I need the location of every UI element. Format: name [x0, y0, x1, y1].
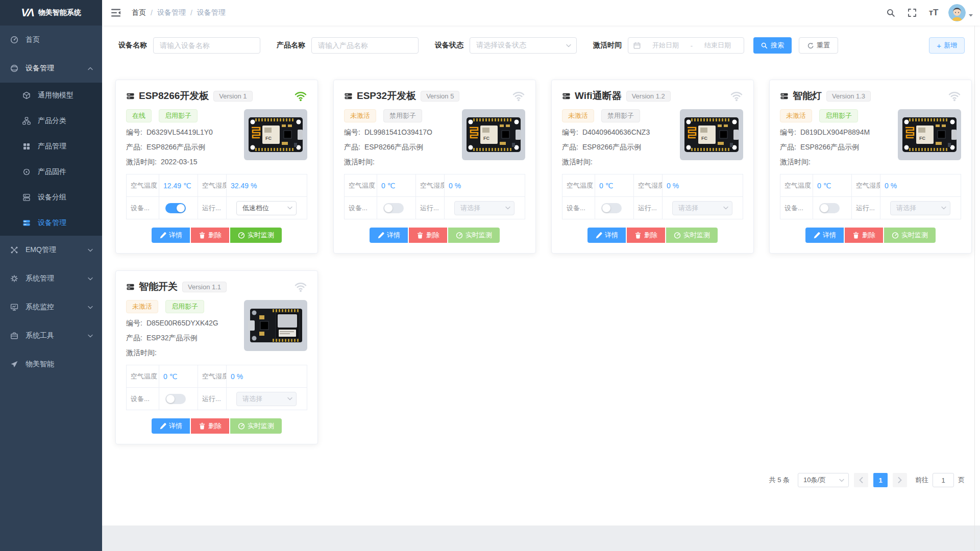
device-status-select[interactable]: 请选择设备状态: [470, 37, 577, 54]
trash-icon: [416, 232, 424, 239]
search-button[interactable]: 搜索: [753, 37, 792, 54]
delete-button[interactable]: 删除: [627, 228, 665, 243]
product-line: 产品:ESP8266产品示例: [126, 143, 239, 152]
add-device-button[interactable]: + 新增: [929, 37, 965, 54]
detail-button[interactable]: 详情: [152, 228, 190, 243]
svg-text:FC: FC: [701, 136, 707, 141]
product-line: 产品:ESP32产品示例: [126, 334, 239, 343]
app-logo[interactable]: VΛ 物美智能系统: [0, 0, 102, 26]
device-switch[interactable]: [383, 203, 404, 213]
temperature-label: 空气温度: [127, 174, 159, 197]
delete-button[interactable]: 删除: [409, 228, 447, 243]
device-name: ESP8266开发板: [139, 89, 209, 103]
font-size-icon[interactable]: тT: [925, 4, 942, 21]
monitor-button[interactable]: 实时监测: [230, 228, 282, 243]
device-switch[interactable]: [601, 203, 622, 213]
next-page-button[interactable]: [893, 473, 907, 487]
sidebar-item-wumei-smart[interactable]: 物美智能: [0, 350, 102, 379]
run-mode-select[interactable]: 低速档位: [236, 201, 297, 215]
sidebar-item-system-management[interactable]: 系统管理: [0, 264, 102, 293]
search-icon: [761, 42, 768, 49]
sidebar-item-device-management[interactable]: 设备管理: [0, 210, 102, 236]
reset-button[interactable]: 重置: [799, 37, 838, 54]
detail-button[interactable]: 详情: [152, 418, 190, 434]
device-properties-table: 空气温度 0 ℃ 空气湿度 0 % 设备... 运行... 请选择: [344, 174, 525, 219]
device-switch-label: 设备...: [127, 197, 159, 219]
prev-page-button[interactable]: [854, 473, 868, 487]
device-photo: FC: [462, 109, 525, 160]
humidity-label: 空气湿度: [634, 174, 663, 197]
delete-button[interactable]: 删除: [191, 418, 229, 434]
run-mode-select[interactable]: 请选择: [890, 201, 950, 215]
chevron-down-icon: [88, 248, 93, 252]
device-card-header: ESP8266开发板 Version 1: [126, 89, 307, 103]
pencil-icon: [159, 422, 166, 430]
emq-node-icon: [10, 246, 18, 254]
activation-date-range[interactable]: 开始日期 - 结束日期: [628, 37, 744, 54]
sidebar-item-product-firmware[interactable]: 产品固件: [0, 159, 102, 185]
device-switch-label: 设备...: [127, 388, 159, 410]
run-mode-value: 请选择: [242, 394, 262, 404]
breadcrumb-home[interactable]: 首页: [132, 8, 146, 17]
device-switch[interactable]: [165, 394, 186, 404]
monitor-button[interactable]: 实时监测: [884, 228, 936, 243]
breadcrumb-device-management[interactable]: 设备管理: [157, 8, 186, 17]
detail-button[interactable]: 详情: [587, 228, 626, 243]
device-icon: [562, 92, 571, 101]
product-name-input[interactable]: [311, 37, 419, 54]
current-page-button[interactable]: 1: [873, 473, 888, 487]
sidebar-item-system-tools[interactable]: 系统工具: [0, 321, 102, 350]
sidebar-collapse-icon[interactable]: [109, 6, 122, 19]
scrollbar[interactable]: [974, 26, 975, 551]
product-value: ESP32产品示例: [146, 334, 198, 342]
board-image-esp8266: FC: [901, 115, 958, 154]
sidebar-item-home[interactable]: 首页: [0, 26, 102, 54]
device-icon: [126, 92, 135, 101]
device-name-input[interactable]: [153, 37, 260, 54]
device-card-header: Wifi通断器 Version 1.2: [562, 89, 743, 103]
product-line: 产品:ESP8266产品示例: [780, 143, 893, 152]
detail-button[interactable]: 详情: [370, 228, 408, 243]
sidebar-item-emq[interactable]: EMQ管理: [0, 236, 102, 264]
sidebar-item-system-monitor[interactable]: 系统监控: [0, 293, 102, 321]
run-mode-value: 请选择: [460, 204, 480, 213]
user-menu[interactable]: [948, 4, 973, 21]
gear-icon: [10, 274, 18, 283]
firmware-version-badge: Version 5: [421, 91, 459, 102]
search-icon[interactable]: [882, 4, 899, 21]
device-switch[interactable]: [819, 203, 840, 213]
page-size-select[interactable]: 10条/页: [798, 473, 849, 487]
gauge-icon: [238, 232, 245, 239]
humidity-value: 0 %: [663, 174, 743, 197]
sitemap-icon: [22, 117, 31, 125]
sidebar-item-thing-model[interactable]: 通用物模型: [0, 83, 102, 108]
chevron-down-icon: [287, 206, 292, 210]
sidebar-item-product-category[interactable]: 产品分类: [0, 108, 102, 134]
firmware-version-badge: Version 1.3: [826, 91, 871, 102]
fullscreen-icon[interactable]: [903, 4, 921, 21]
shadow-status-tag: 启用影子: [819, 109, 858, 122]
chevron-down-icon: [566, 44, 571, 47]
device-photo: FC: [680, 109, 743, 160]
run-mode-select[interactable]: 请选择: [454, 201, 514, 215]
run-mode-select[interactable]: 请选择: [236, 392, 297, 406]
sidebar-item-product-management[interactable]: 产品管理: [0, 134, 102, 159]
monitor-button[interactable]: 实时监测: [448, 228, 500, 243]
shadow-status-tag: 禁用影子: [601, 109, 640, 122]
monitor-button[interactable]: 实时监测: [230, 418, 282, 434]
run-mode-select[interactable]: 请选择: [672, 201, 732, 215]
breadcrumb-current: 设备管理: [197, 8, 226, 17]
delete-button[interactable]: 删除: [191, 228, 229, 243]
device-switch[interactable]: [165, 203, 186, 213]
pencil-icon: [377, 232, 384, 239]
device-card: Wifi通断器 Version 1.2 未激活 禁用影子 编号:D4040964…: [551, 80, 754, 254]
avatar: [948, 4, 966, 21]
sidebar-item-device-group[interactable]: 设备分组: [0, 185, 102, 210]
sidebar-item-device-menu[interactable]: 设备管理: [0, 54, 102, 83]
product-value: ESP8266产品示例: [146, 143, 205, 151]
monitor-button[interactable]: 实时监测: [666, 228, 718, 243]
delete-button[interactable]: 删除: [845, 228, 883, 243]
humidity-value: 0 %: [445, 174, 525, 197]
goto-page-input[interactable]: [933, 473, 954, 487]
detail-button[interactable]: 详情: [805, 228, 844, 243]
